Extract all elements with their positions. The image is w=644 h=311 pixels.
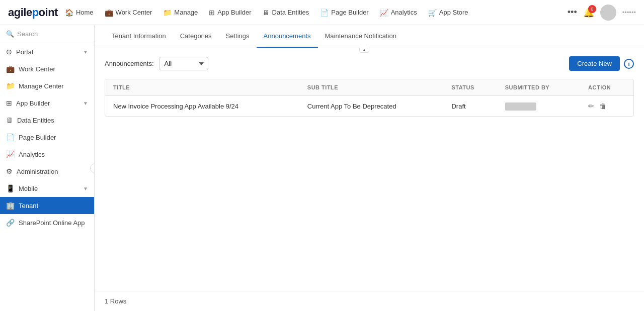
page-builder-sidebar-label: Page Builder bbox=[19, 134, 56, 141]
filter-left: Announcements: All Draft Published bbox=[105, 57, 208, 70]
mobile-chevron-icon: ▼ bbox=[83, 186, 88, 191]
data-entities-nav-label: Data Entities bbox=[272, 9, 309, 16]
search-icon: 🔍 bbox=[6, 30, 14, 38]
portal-sidebar-icon: ⊙ bbox=[6, 48, 12, 56]
create-new-button[interactable]: Create New bbox=[569, 56, 620, 71]
data-entities-sidebar-icon: 🖥 bbox=[6, 116, 13, 124]
tab-announcements[interactable]: Announcements bbox=[257, 25, 318, 48]
sidebar-item-mobile[interactable]: 📱 Mobile ▼ bbox=[0, 180, 94, 197]
work-center-nav-icon: 💼 bbox=[105, 9, 113, 17]
top-navigation: agilepoint 🏠Home💼Work Center📁Manage⊞App … bbox=[0, 0, 644, 25]
row-0-submitted-by: •••••••• bbox=[497, 96, 580, 117]
row-0-status: Draft bbox=[443, 96, 497, 117]
sidebar-search[interactable]: 🔍 Search bbox=[0, 25, 94, 43]
submitted-by-redacted: •••••••• bbox=[505, 102, 537, 111]
notification-badge: 0 bbox=[588, 5, 596, 13]
page-builder-nav-label: Page Builder bbox=[331, 9, 368, 16]
nav-item-home[interactable]: 🏠Home bbox=[60, 6, 99, 20]
tab-maintenance-notification[interactable]: Maintenance Notification bbox=[318, 25, 404, 48]
announcements-filter-label: Announcements: bbox=[105, 60, 154, 67]
manage-nav-label: Manage bbox=[174, 9, 198, 16]
sidebar: 🔍 Search ⊙ Portal ▼ 💼 Work Center 📁 Mana… bbox=[0, 25, 95, 311]
edit-icon[interactable]: ✏ bbox=[588, 102, 594, 110]
sharepoint-online-app-sidebar-icon: 🔗 bbox=[6, 219, 15, 227]
app-builder-nav-icon: ⊞ bbox=[209, 9, 215, 17]
tab-settings[interactable]: Settings bbox=[219, 25, 257, 48]
sidebar-item-left-tenant: 🏢 Tenant bbox=[6, 201, 38, 210]
more-options-button[interactable]: ••• bbox=[568, 7, 577, 18]
analytics-nav-label: Analytics bbox=[391, 9, 417, 16]
app-builder-nav-label: App Builder bbox=[217, 9, 251, 16]
data-entities-sidebar-label: Data Entities bbox=[17, 117, 54, 124]
sidebar-item-administration[interactable]: ⚙ Administration bbox=[0, 163, 94, 180]
announcements-table: TITLESUB TITLESTATUSSUBMITTED BYACTION N… bbox=[105, 79, 633, 116]
sidebar-item-left-analytics: 📈 Analytics bbox=[6, 150, 45, 158]
sidebar-item-sharepoint-online-app[interactable]: 🔗 SharePoint Online App bbox=[0, 214, 94, 231]
administration-sidebar-icon: ⚙ bbox=[6, 167, 13, 175]
logo[interactable]: agilepoint bbox=[8, 6, 58, 19]
sidebar-item-work-center[interactable]: 💼 Work Center bbox=[0, 60, 94, 77]
nav-item-app-builder[interactable]: ⊞App Builder bbox=[204, 6, 256, 20]
sidebar-item-left-sharepoint-online-app: 🔗 SharePoint Online App bbox=[6, 219, 85, 227]
nav-item-analytics[interactable]: 📈Analytics bbox=[375, 6, 422, 20]
sidebar-item-tenant[interactable]: 🏢 Tenant bbox=[0, 197, 94, 214]
col-header-subtitle: SUB TITLE bbox=[299, 79, 444, 96]
sidebar-items: ⊙ Portal ▼ 💼 Work Center 📁 Manage Center… bbox=[0, 43, 94, 231]
tab-tenant-information[interactable]: Tenant Information bbox=[105, 25, 173, 48]
sidebar-item-left-portal: ⊙ Portal bbox=[6, 48, 33, 56]
col-header-submitted_by: SUBMITTED BY bbox=[497, 79, 580, 96]
table-header-row: TITLESUB TITLESTATUSSUBMITTED BYACTION bbox=[105, 79, 633, 96]
table-body: New Invoice Processing App Available 9/2… bbox=[105, 96, 633, 117]
tenant-sidebar-label: Tenant bbox=[19, 202, 38, 210]
sidebar-item-left-administration: ⚙ Administration bbox=[6, 167, 58, 175]
nav-item-manage[interactable]: 📁Manage bbox=[158, 6, 203, 20]
home-nav-icon: 🏠 bbox=[65, 9, 73, 17]
tabs-bar: Tenant InformationCategoriesSettingsAnno… bbox=[95, 25, 644, 48]
nav-item-work-center[interactable]: 💼Work Center bbox=[100, 6, 157, 20]
app-store-nav-icon: 🛒 bbox=[428, 9, 437, 17]
sidebar-item-manage-center[interactable]: 📁 Manage Center bbox=[0, 77, 94, 94]
announcements-filter-select[interactable]: All Draft Published bbox=[159, 57, 208, 70]
sidebar-item-app-builder[interactable]: ⊞ App Builder ▼ bbox=[0, 94, 94, 112]
sidebar-item-left-work-center: 💼 Work Center bbox=[6, 65, 55, 73]
sidebar-item-data-entities[interactable]: 🖥 Data Entities bbox=[0, 112, 94, 129]
nav-right: ••• 🔔 0 •••••• bbox=[568, 5, 636, 21]
content-footer: 1 Rows bbox=[95, 291, 644, 311]
filter-right: Create New i bbox=[569, 56, 634, 71]
row-0-title: New Invoice Processing App Available 9/2… bbox=[105, 96, 299, 117]
sidebar-item-page-builder[interactable]: 📄 Page Builder bbox=[0, 129, 94, 146]
page-builder-sidebar-icon: 📄 bbox=[6, 133, 15, 141]
rows-count: 1 Rows bbox=[105, 297, 126, 305]
home-nav-label: Home bbox=[76, 9, 94, 16]
tabs-collapse-button[interactable]: ▲ bbox=[359, 48, 369, 53]
col-header-title: TITLE bbox=[105, 79, 299, 96]
row-0-action: ✏ 🗑 bbox=[580, 96, 633, 117]
user-name: •••••• bbox=[622, 9, 636, 16]
work-center-sidebar-icon: 💼 bbox=[6, 65, 15, 73]
sidebar-item-left-page-builder: 📄 Page Builder bbox=[6, 133, 56, 141]
delete-icon[interactable]: 🗑 bbox=[599, 102, 606, 110]
tab-categories[interactable]: Categories bbox=[173, 25, 219, 48]
portal-chevron-icon: ▼ bbox=[83, 49, 88, 55]
app-builder-sidebar-label: App Builder bbox=[16, 99, 50, 107]
sidebar-item-analytics[interactable]: 📈 Analytics bbox=[0, 146, 94, 163]
nav-item-page-builder[interactable]: 📄Page Builder bbox=[315, 6, 373, 20]
notifications-bell[interactable]: 🔔 0 bbox=[583, 7, 594, 18]
col-header-status: STATUS bbox=[443, 79, 497, 96]
portal-sidebar-label: Portal bbox=[16, 48, 33, 56]
content-area: Announcements: All Draft Published Creat… bbox=[95, 48, 644, 291]
manage-center-sidebar-icon: 📁 bbox=[6, 82, 15, 90]
table-row: New Invoice Processing App Available 9/2… bbox=[105, 96, 633, 117]
work-center-sidebar-label: Work Center bbox=[19, 65, 55, 73]
info-icon[interactable]: i bbox=[624, 59, 634, 69]
sharepoint-online-app-sidebar-label: SharePoint Online App bbox=[19, 219, 85, 227]
main-layout: 🔍 Search ⊙ Portal ▼ 💼 Work Center 📁 Mana… bbox=[0, 25, 644, 311]
work-center-nav-label: Work Center bbox=[116, 9, 152, 16]
nav-item-data-entities[interactable]: 🖥Data Entities bbox=[258, 6, 314, 20]
sidebar-item-left-app-builder: ⊞ App Builder bbox=[6, 99, 50, 107]
sidebar-item-portal[interactable]: ⊙ Portal ▼ bbox=[0, 43, 94, 60]
manage-center-sidebar-label: Manage Center bbox=[19, 82, 64, 90]
action-icons: ✏ 🗑 bbox=[588, 102, 625, 110]
nav-item-app-store[interactable]: 🛒App Store bbox=[423, 6, 473, 20]
avatar[interactable] bbox=[600, 5, 616, 21]
